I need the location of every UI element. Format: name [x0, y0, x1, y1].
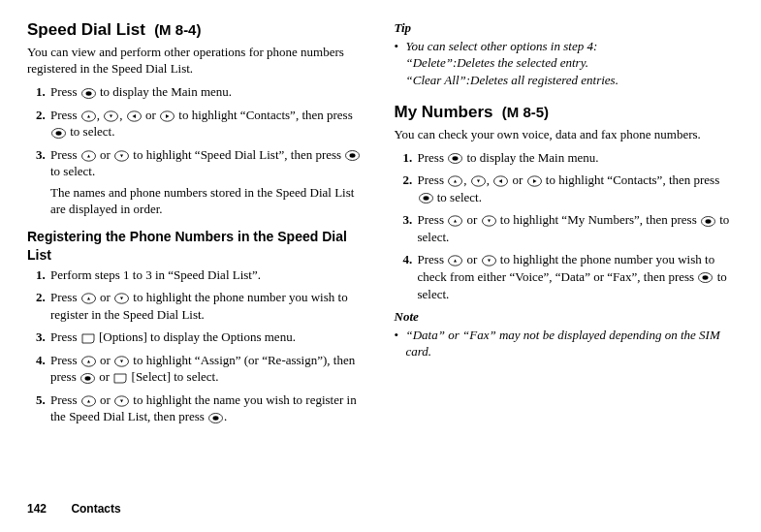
svg-point-11 — [350, 153, 356, 157]
center-key-icon — [80, 373, 95, 384]
note-body: “Data” or “Fax” may not be displayed dep… — [395, 327, 735, 360]
right-arrow-key-icon — [527, 175, 542, 187]
svg-point-37 — [703, 276, 709, 280]
svg-point-33 — [705, 219, 711, 223]
connector-text: or — [463, 252, 480, 266]
tip-line: “Clear All”:Deletes all registered entri… — [406, 72, 735, 89]
step-text: . — [224, 409, 227, 423]
speed-dial-intro: You can view and perform other operation… — [27, 44, 367, 78]
left-arrow-key-icon — [127, 110, 142, 122]
step-text: to select. — [434, 190, 482, 204]
step-text: to highlight “Contacts”, then press — [175, 108, 353, 122]
down-arrow-key-icon — [482, 215, 496, 227]
connector-text: or — [96, 369, 112, 384]
step-text: Press — [418, 212, 448, 227]
connector-text: , — [119, 108, 126, 122]
step-item: Press or to highlight the name you wish … — [48, 391, 367, 425]
center-key-icon — [208, 413, 223, 423]
softkey-icon — [81, 333, 95, 344]
step-item: Press to display the Main menu. — [416, 149, 735, 167]
connector-text: or — [463, 212, 480, 227]
registering-steps: Perform steps 1 to 3 in “Speed Dial List… — [27, 266, 367, 425]
connector-text: or — [97, 353, 113, 367]
step-text: to display the Main menu. — [97, 84, 232, 99]
step-text: Press — [418, 172, 448, 187]
connector-text: or — [97, 392, 113, 407]
down-arrow-key-icon — [114, 150, 129, 162]
down-arrow-key-icon — [114, 293, 129, 304]
step-text: [Select] to select. — [128, 369, 218, 384]
tip-heading: Tip — [395, 19, 735, 37]
step-text: [Options] to display the Options menu. — [96, 329, 296, 344]
down-arrow-key-icon — [482, 255, 496, 266]
step-text: to select. — [67, 124, 114, 139]
up-arrow-key-icon — [448, 215, 462, 227]
connector-text: , — [463, 172, 470, 187]
step-extra-text: The names and phone numbers stored in th… — [50, 184, 367, 218]
connector-text: , — [97, 108, 104, 122]
step-text: Press — [418, 150, 448, 165]
up-arrow-key-icon — [81, 293, 96, 304]
step-item: Press or to highlight the phone number y… — [48, 289, 367, 323]
speed-dial-steps: Press to display the Main menu.Press , ,… — [27, 83, 367, 218]
my-numbers-menu-code: (M 8-5) — [502, 104, 549, 120]
svg-point-21 — [213, 416, 219, 420]
step-item: Perform steps 1 to 3 in “Speed Dial List… — [48, 266, 367, 284]
connector-text: , — [487, 172, 493, 187]
speed-dial-title: Speed Dial List — [27, 20, 145, 39]
step-text: to display the Main menu. — [463, 150, 598, 165]
step-text: Perform steps 1 to 3 in “Speed Dial List… — [50, 267, 261, 282]
step-text: to select. — [50, 164, 95, 178]
step-text: Press — [50, 290, 80, 304]
step-item: Press to display the Main menu. — [48, 83, 367, 101]
up-arrow-key-icon — [81, 150, 96, 162]
svg-point-1 — [85, 91, 91, 95]
up-arrow-key-icon — [448, 255, 462, 266]
page-footer: 142 Contacts — [27, 501, 121, 516]
my-numbers-intro: You can check your own voice, data and f… — [395, 126, 735, 143]
step-item: Press , , or to highlight “Contacts”, th… — [48, 107, 367, 141]
center-key-icon — [698, 272, 713, 283]
step-item: Press or to highlight “Speed Dial List”,… — [48, 146, 367, 218]
step-text: Press — [50, 353, 80, 367]
down-arrow-key-icon — [114, 395, 129, 407]
down-arrow-key-icon — [114, 356, 129, 367]
footer-section: Contacts — [71, 502, 120, 516]
step-item: Press [Options] to display the Options m… — [48, 329, 367, 346]
right-arrow-key-icon — [160, 110, 174, 122]
down-arrow-key-icon — [104, 110, 118, 122]
step-item: Press or to highlight “Assign” (or “Re-a… — [48, 352, 367, 386]
center-key-icon — [81, 88, 96, 99]
speed-dial-menu-code: (M 8-4) — [154, 21, 201, 38]
step-text: Press — [50, 329, 80, 344]
step-text: to highlight “Contacts”, then press — [543, 172, 720, 187]
step-text: Press — [50, 84, 80, 99]
down-arrow-key-icon — [471, 175, 486, 187]
center-key-icon — [51, 128, 66, 139]
center-key-icon — [345, 150, 360, 161]
up-arrow-key-icon — [448, 175, 462, 187]
tip-line: “Delete”:Deletes the selected entry. — [406, 54, 735, 72]
step-text: to highlight “My Numbers”, then press — [497, 212, 700, 227]
page-number: 142 — [27, 502, 47, 516]
center-key-icon — [419, 193, 433, 203]
note-heading: Note — [395, 308, 735, 326]
step-text: Press — [50, 147, 80, 162]
softkey-icon — [113, 373, 127, 384]
connector-text: or — [143, 108, 159, 122]
step-item: Press or to highlight the phone number y… — [416, 251, 735, 302]
step-text: Press — [50, 392, 80, 407]
step-item: Press or to highlight “My Numbers”, then… — [416, 211, 735, 245]
svg-point-29 — [423, 197, 428, 201]
left-arrow-key-icon — [493, 175, 508, 187]
my-numbers-title: My Numbers — [395, 103, 493, 121]
up-arrow-key-icon — [81, 110, 96, 122]
up-arrow-key-icon — [81, 356, 96, 367]
registering-title: Registering the Phone Numbers in the Spe… — [27, 228, 367, 265]
svg-point-23 — [453, 156, 459, 160]
tip-line: You can select other options in step 4: — [406, 38, 735, 55]
left-column: Speed Dial List (M 8-4) You can view and… — [27, 19, 367, 431]
center-key-icon — [701, 216, 715, 227]
right-column: Tip You can select other options in step… — [395, 19, 735, 431]
step-item: Press , , or to highlight “Contacts”, th… — [416, 172, 735, 205]
